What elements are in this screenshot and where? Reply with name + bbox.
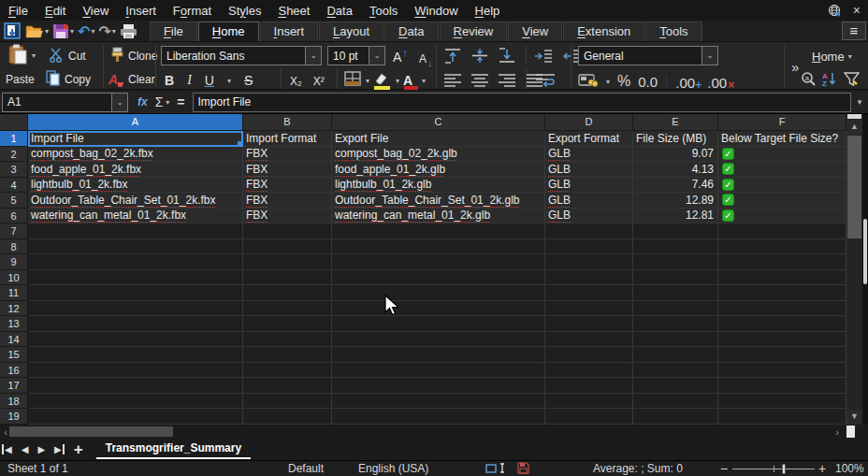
cell-D10[interactable] xyxy=(545,270,633,286)
row-header-15[interactable]: 15 xyxy=(0,347,28,363)
dropdown-icon[interactable]: ▾ xyxy=(91,27,94,36)
row-header-14[interactable]: 14 xyxy=(0,332,28,348)
cell-D7[interactable] xyxy=(545,224,633,239)
name-box[interactable]: A1⌄ xyxy=(2,93,128,112)
menu-format[interactable]: Format xyxy=(165,2,220,20)
dropdown-icon[interactable]: ▾ xyxy=(45,27,49,36)
cell-B8[interactable] xyxy=(243,239,332,255)
underline-button[interactable]: U xyxy=(205,73,214,88)
cell-E2[interactable]: 9.07 xyxy=(633,147,718,163)
scroll-up-icon[interactable]: ▲ xyxy=(846,120,862,135)
tab-data[interactable]: Data xyxy=(384,22,438,41)
zoom-in-icon[interactable]: + xyxy=(818,462,826,476)
name-box-dropdown-icon[interactable]: ⌄ xyxy=(111,94,127,111)
menu-tools[interactable]: Tools xyxy=(361,2,406,20)
tab-home[interactable]: Home xyxy=(198,22,259,41)
row-header-2[interactable]: 2 xyxy=(0,147,28,163)
cell-E14[interactable] xyxy=(633,332,718,348)
row-header-4[interactable]: 4 xyxy=(0,178,28,194)
number-format-combo[interactable]: General⌄ xyxy=(578,46,718,65)
cell-B9[interactable] xyxy=(243,254,332,270)
toolbar-overflow-icon[interactable]: » xyxy=(791,59,799,75)
scroll-down-icon[interactable]: ▼ xyxy=(846,410,862,425)
paste-icon[interactable] xyxy=(7,44,28,67)
cell-B6[interactable]: FBX xyxy=(243,209,332,224)
cell-F7[interactable] xyxy=(718,224,846,239)
cell-B11[interactable] xyxy=(243,285,332,301)
cell-F15[interactable] xyxy=(718,347,846,363)
thousands-format-button[interactable]: 0.0 xyxy=(638,74,658,90)
cell-D19[interactable] xyxy=(545,409,633,425)
cell-C9[interactable] xyxy=(332,254,545,270)
cell-B15[interactable] xyxy=(243,347,332,363)
cell-E16[interactable] xyxy=(633,363,718,379)
align-left-icon[interactable] xyxy=(443,73,462,90)
cell-F9[interactable] xyxy=(718,254,846,270)
menu-styles[interactable]: Styles xyxy=(220,2,269,20)
language-indicator[interactable]: English (USA) xyxy=(358,462,428,476)
cell-B18[interactable] xyxy=(243,394,332,410)
cell-C8[interactable] xyxy=(332,239,545,255)
row-header-13[interactable]: 13 xyxy=(0,316,28,332)
cell-A17[interactable] xyxy=(28,378,243,394)
cell-D17[interactable] xyxy=(545,378,633,394)
cell-C18[interactable] xyxy=(332,394,545,410)
cell-D9[interactable] xyxy=(545,254,633,270)
tab-tools[interactable]: Tools xyxy=(645,22,702,41)
cell-D18[interactable] xyxy=(545,394,633,410)
cell-F8[interactable] xyxy=(718,239,846,255)
expand-formula-bar-icon[interactable]: ▾ xyxy=(851,97,868,107)
superscript-button[interactable]: X² xyxy=(313,75,325,88)
cell-C14[interactable] xyxy=(332,332,545,348)
cell-E15[interactable] xyxy=(633,347,718,363)
last-sheet-icon[interactable]: ▶ xyxy=(54,444,62,454)
cell-E8[interactable] xyxy=(633,239,718,255)
cell-E17[interactable] xyxy=(633,378,718,394)
cell-B4[interactable]: FBX xyxy=(243,178,332,194)
selection-sum[interactable]: Average: ; Sum: 0 xyxy=(593,462,683,476)
align-center-icon[interactable] xyxy=(470,73,489,90)
menu-file[interactable]: File xyxy=(0,2,36,20)
language-globe-icon[interactable] xyxy=(828,4,842,18)
row-header-8[interactable]: 8 xyxy=(0,239,28,255)
cell-C2[interactable]: compost_bag_02_2k.glb xyxy=(332,147,545,163)
cell-B5[interactable]: FBX xyxy=(243,193,332,209)
cell-F1[interactable]: Below Target File Size? xyxy=(718,131,846,147)
cell-E6[interactable]: 12.81 xyxy=(633,209,718,224)
row-header-10[interactable]: 10 xyxy=(0,270,28,286)
cell-A7[interactable] xyxy=(28,224,243,239)
row-header-9[interactable]: 9 xyxy=(0,254,28,270)
cell-F5[interactable]: ✓ xyxy=(718,193,846,209)
autofilter-icon[interactable] xyxy=(844,72,860,90)
italic-button[interactable]: I xyxy=(187,73,192,88)
cell-C11[interactable] xyxy=(332,285,545,301)
cell-F14[interactable] xyxy=(718,332,846,348)
dropdown-icon[interactable]: ▾ xyxy=(70,27,74,36)
cell-A9[interactable] xyxy=(28,254,243,270)
sum-icon[interactable]: Σ xyxy=(155,94,164,109)
vertical-scrollbar[interactable]: ▲ ▼ xyxy=(846,114,862,425)
cell-C13[interactable] xyxy=(332,316,545,332)
find-replace-icon[interactable]: a xyxy=(800,71,817,90)
cell-D6[interactable]: GLB xyxy=(545,209,633,224)
cell-E5[interactable]: 12.89 xyxy=(633,193,718,209)
cell-B16[interactable] xyxy=(243,363,332,379)
tab-file[interactable]: File xyxy=(150,22,197,41)
cell-E11[interactable] xyxy=(633,285,718,301)
cell-F12[interactable] xyxy=(718,301,846,317)
cell-E4[interactable]: 7.46 xyxy=(633,178,718,194)
cell-D4[interactable]: GLB xyxy=(545,178,633,194)
cell-F3[interactable]: ✓ xyxy=(718,162,846,178)
tab-view[interactable]: View xyxy=(508,22,562,41)
cell-E7[interactable] xyxy=(633,224,718,239)
cell-F17[interactable] xyxy=(718,378,846,394)
number-format-dropdown-icon[interactable]: ⌄ xyxy=(702,47,717,65)
cell-A10[interactable] xyxy=(28,270,243,286)
underline-dropdown-icon[interactable]: ▾ xyxy=(227,77,231,85)
function-wizard-icon[interactable]: fx xyxy=(137,95,148,108)
column-header-D[interactable]: D xyxy=(545,114,633,131)
cell-C7[interactable] xyxy=(332,224,545,239)
next-sheet-icon[interactable]: ▶ xyxy=(37,444,45,454)
redo-icon[interactable]: ↷▾ xyxy=(97,22,116,40)
selection-mode-icon[interactable] xyxy=(485,462,506,476)
